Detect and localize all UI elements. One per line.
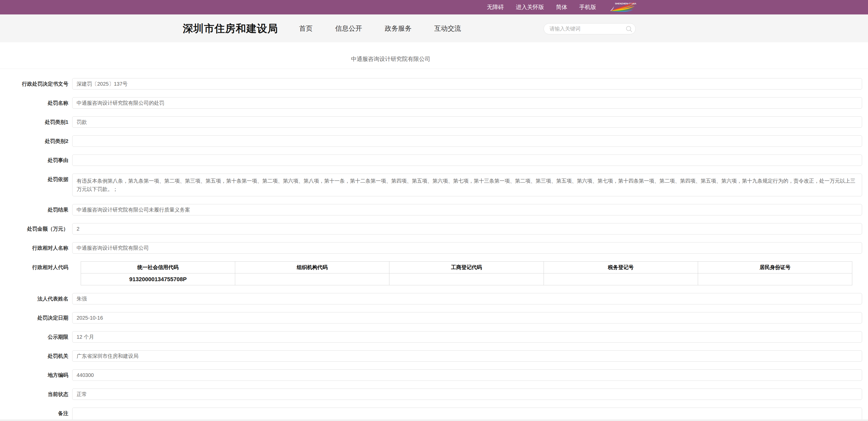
code-table-header-1: 组织机构代码 [235, 262, 390, 273]
nav-item-1[interactable]: 信息公开 [335, 24, 362, 33]
penalty-decision-date-label: 处罚决定日期 [0, 312, 72, 324]
topbar-link-0[interactable]: 无障碍 [487, 3, 504, 11]
legal-rep-name-label: 法人代表姓名 [0, 293, 72, 304]
topbar-link-2[interactable]: 简体 [556, 3, 567, 11]
topbar-links: 无障碍进入关怀版简体手机版 [487, 3, 596, 11]
party-name-input[interactable] [72, 242, 862, 253]
penalty-reason-input[interactable] [72, 154, 862, 166]
penalty-result-label: 处罚结果 [0, 204, 72, 215]
penalty-category-2-row: 处罚类别2 [0, 136, 862, 147]
site-title: 深圳市住房和建设局 [183, 22, 278, 36]
penalty-authority-input[interactable] [72, 350, 862, 362]
topbar-link-1[interactable]: 进入关怀版 [516, 3, 544, 11]
penalty-basis-label: 处罚依据 [0, 174, 72, 185]
search-box [544, 23, 636, 34]
penalty-form: 行政处罚决定书文号处罚名称处罚类别1处罚类别2处罚事由处罚依据有违反本条例第八条… [0, 69, 868, 421]
nav-item-3[interactable]: 互动交流 [434, 24, 461, 33]
penalty-basis-row: 处罚依据有违反本条例第八条，第九条第一项、第二项、第三项、第五项，第十条第一项、… [0, 174, 862, 196]
publicity-period-input[interactable] [72, 331, 862, 342]
code-table-header-2: 工商登记代码 [390, 262, 544, 273]
current-status-row: 当前状态 [0, 389, 862, 400]
party-code-row: 行政相对人代码 统一社会信用代码组织机构代码工商登记代码税务登记号居民身份证号 … [0, 261, 862, 285]
remarks-row: 备注 [0, 408, 862, 421]
footer-strip [0, 419, 868, 421]
penalty-name-input[interactable] [72, 97, 862, 109]
search-icon[interactable] [626, 26, 632, 32]
penalty-category-1-row: 处罚类别1 [0, 116, 862, 128]
penalty-category-2-label: 处罚类别2 [0, 136, 72, 147]
penalty-doc-number-row: 行政处罚决定书文号 [0, 78, 862, 90]
nav-item-2[interactable]: 政务服务 [385, 24, 411, 33]
penalty-name-row: 处罚名称 [0, 97, 862, 109]
local-code-row: 地方编码 [0, 369, 862, 381]
code-table-header-3: 税务登记号 [544, 262, 698, 273]
penalty-category-2-input[interactable] [72, 136, 862, 147]
topbar: 无障碍进入关怀版简体手机版 SHENZHEN·CHINA [0, 0, 868, 14]
site-header: 深圳市住房和建设局 首页信息公开政务服务互动交流 [0, 14, 868, 42]
local-code-label: 地方编码 [0, 369, 72, 381]
party-name-label: 行政相对人名称 [0, 242, 72, 253]
code-table-cell-2 [390, 273, 544, 285]
penalty-result-input[interactable] [72, 204, 862, 215]
legal-rep-name-input[interactable] [72, 293, 862, 304]
page-title: 中通服咨询设计研究院有限公司 [0, 42, 781, 69]
penalty-reason-label: 处罚事由 [0, 154, 72, 166]
rainbow-wing-logo[interactable]: SHENZHEN·CHINA [608, 1, 637, 13]
penalty-decision-date-row: 处罚决定日期 [0, 312, 862, 324]
code-table-cell-4 [698, 273, 852, 285]
publicity-period-row: 公示期限 [0, 331, 862, 342]
current-status-label: 当前状态 [0, 389, 72, 400]
code-table-cell-3 [544, 273, 698, 285]
penalty-authority-row: 处罚机关 [0, 350, 862, 362]
main-nav: 首页信息公开政务服务互动交流 [299, 14, 461, 42]
code-table-cell-1 [235, 273, 390, 285]
penalty-result-row: 处罚结果 [0, 204, 862, 215]
publicity-period-label: 公示期限 [0, 331, 72, 342]
search-input[interactable] [549, 26, 626, 32]
penalty-basis-input[interactable]: 有违反本条例第八条，第九条第一项、第二项、第三项、第五项，第十条第一项、第二项、… [72, 174, 862, 196]
topbar-link-3[interactable]: 手机版 [579, 3, 596, 11]
penalty-doc-number-input[interactable] [72, 78, 862, 90]
code-table-header-4: 居民身份证号 [698, 262, 852, 273]
code-table-header-0: 统一社会信用代码 [81, 262, 235, 273]
party-code-label: 行政相对人代码 [0, 261, 72, 273]
penalty-amount-label: 处罚金额（万元） [0, 223, 72, 235]
party-code-table: 统一社会信用代码组织机构代码工商登记代码税务登记号居民身份证号 91320000… [81, 261, 852, 285]
penalty-name-label: 处罚名称 [0, 97, 72, 109]
penalty-doc-number-label: 行政处罚决定书文号 [0, 78, 72, 90]
remarks-label: 备注 [0, 408, 72, 419]
main-content: 中通服咨询设计研究院有限公司 行政处罚决定书文号处罚名称处罚类别1处罚类别2处罚… [0, 42, 868, 421]
penalty-category-1-input[interactable] [72, 116, 862, 128]
party-name-row: 行政相对人名称 [0, 242, 862, 253]
penalty-decision-date-input[interactable] [72, 312, 862, 324]
penalty-category-1-label: 处罚类别1 [0, 116, 72, 128]
form-rows-top: 行政处罚决定书文号处罚名称处罚类别1处罚类别2处罚事由处罚依据有违反本条例第八条… [0, 78, 868, 253]
penalty-amount-row: 处罚金额（万元） [0, 223, 862, 235]
legal-rep-name-row: 法人代表姓名 [0, 293, 862, 304]
nav-item-0[interactable]: 首页 [299, 24, 313, 33]
current-status-input[interactable] [72, 389, 862, 400]
code-table-cell-0: 91320000134755708P [81, 273, 235, 285]
remarks-input[interactable] [72, 408, 862, 421]
form-rows-bottom: 法人代表姓名处罚决定日期公示期限处罚机关地方编码当前状态备注 [0, 293, 868, 421]
penalty-amount-input[interactable] [72, 223, 862, 235]
local-code-input[interactable] [72, 369, 862, 381]
penalty-authority-label: 处罚机关 [0, 350, 72, 362]
penalty-reason-row: 处罚事由 [0, 154, 862, 166]
